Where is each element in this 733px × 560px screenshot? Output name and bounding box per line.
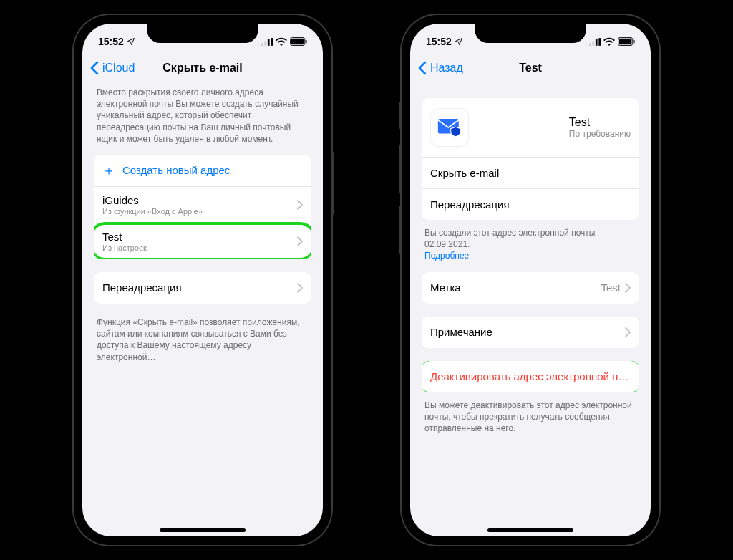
location-icon [455, 37, 463, 46]
battery-icon [290, 37, 307, 46]
phone-left-frame: 15:52 iCloud Скрыть e-mail Вместо раскры… [74, 15, 331, 545]
deactivate-row[interactable]: Деактивировать адрес электронной п… [422, 361, 639, 392]
forward-label: Переадресация [430, 198, 510, 211]
svg-rect-5 [291, 39, 304, 44]
addresses-group: ＋ Создать новый адрес iGuides Из функции… [94, 155, 311, 259]
created-date: Вы создали этот адрес электронной почты … [424, 228, 595, 249]
svg-rect-10 [598, 38, 601, 46]
notch [147, 24, 258, 43]
wifi-icon [603, 37, 615, 46]
deactivate-note: Вы можете деактивировать этот адрес элек… [424, 400, 636, 435]
svg-rect-8 [592, 41, 594, 45]
wifi-icon [276, 37, 287, 46]
phone-right-frame: 15:52 Назад Test [402, 15, 659, 545]
nav-bar: Назад Test [410, 52, 651, 84]
mail-shield-icon [430, 108, 469, 147]
back-button[interactable]: Назад [417, 61, 463, 75]
forward-row[interactable]: Переадресация [422, 188, 639, 220]
plus-icon: ＋ [102, 164, 115, 177]
header-row: Test По требованию [422, 98, 639, 157]
chevron-right-icon [297, 236, 303, 246]
chevron-right-icon [297, 200, 303, 210]
svg-rect-13 [634, 40, 635, 44]
svg-rect-9 [596, 39, 598, 45]
notch [475, 24, 586, 43]
svg-rect-2 [268, 39, 270, 45]
svg-rect-12 [619, 39, 632, 44]
more-link[interactable]: Подробнее [424, 251, 469, 261]
back-button[interactable]: iCloud [89, 61, 135, 75]
power-button [331, 151, 334, 216]
battery-icon [618, 37, 635, 46]
status-time: 15:52 [98, 36, 124, 47]
chevron-right-icon [625, 327, 631, 337]
svg-rect-0 [261, 43, 263, 46]
nav-bar: iCloud Скрыть e-mail [82, 52, 323, 84]
item-title: iGuides [102, 194, 203, 206]
created-text: Вы создали этот адрес электронной почты … [424, 227, 636, 262]
deactivate-group: Деактивировать адрес электронной п… [422, 361, 639, 392]
card-sub: По требованию [569, 129, 631, 139]
home-indicator [160, 528, 246, 532]
create-address-label: Создать новый адрес [122, 164, 230, 176]
screen-right: 15:52 Назад Test [410, 24, 651, 536]
list-item[interactable]: Test Из настроек [94, 223, 311, 259]
chevron-left-icon [417, 61, 427, 75]
note-group: Примечание [422, 317, 639, 348]
list-item[interactable]: iGuides Из функции «Вход с Apple» [94, 186, 311, 223]
note-label: Примечание [430, 326, 492, 338]
item-sub: Из функции «Вход с Apple» [102, 207, 203, 216]
hide-email-row[interactable]: Скрыть e-mail [422, 157, 639, 188]
home-indicator [487, 528, 573, 532]
label-value: Test [601, 281, 621, 294]
cellular-icon [589, 38, 601, 46]
hide-email-label: Скрыть e-mail [430, 167, 499, 179]
back-label: iCloud [102, 62, 135, 74]
footer-text: Функция «Скрыть e-mail» позволяет прилож… [97, 317, 309, 363]
item-sub: Из настроек [102, 243, 147, 252]
chevron-left-icon [89, 61, 99, 75]
back-label: Назад [430, 62, 463, 74]
card-title: Test [569, 116, 631, 129]
label-row[interactable]: Метка Test [422, 272, 639, 304]
item-title: Test [102, 231, 147, 243]
power-button [659, 151, 661, 216]
forward-row[interactable]: Переадресация [94, 272, 311, 304]
create-address-row[interactable]: ＋ Создать новый адрес [94, 155, 311, 186]
note-row[interactable]: Примечание [422, 317, 639, 348]
cellular-icon [261, 38, 273, 46]
svg-rect-3 [271, 38, 273, 46]
chevron-right-icon [297, 283, 303, 293]
svg-rect-6 [306, 40, 307, 44]
label-title: Метка [430, 281, 461, 294]
screen-left: 15:52 iCloud Скрыть e-mail Вместо раскры… [82, 24, 323, 536]
svg-rect-1 [264, 41, 266, 45]
forward-label: Переадресация [102, 281, 182, 294]
header-group: Test По требованию Скрыть e-mail Переадр… [422, 98, 639, 220]
status-time: 15:52 [426, 36, 452, 47]
svg-rect-7 [589, 43, 591, 46]
forward-group: Переадресация [94, 272, 311, 304]
deactivate-label: Деактивировать адрес электронной п… [430, 370, 628, 382]
chevron-right-icon [625, 283, 631, 293]
intro-text: Вместо раскрытия своего личного адреса э… [97, 87, 309, 145]
location-icon [127, 37, 135, 46]
label-group: Метка Test [422, 272, 639, 304]
